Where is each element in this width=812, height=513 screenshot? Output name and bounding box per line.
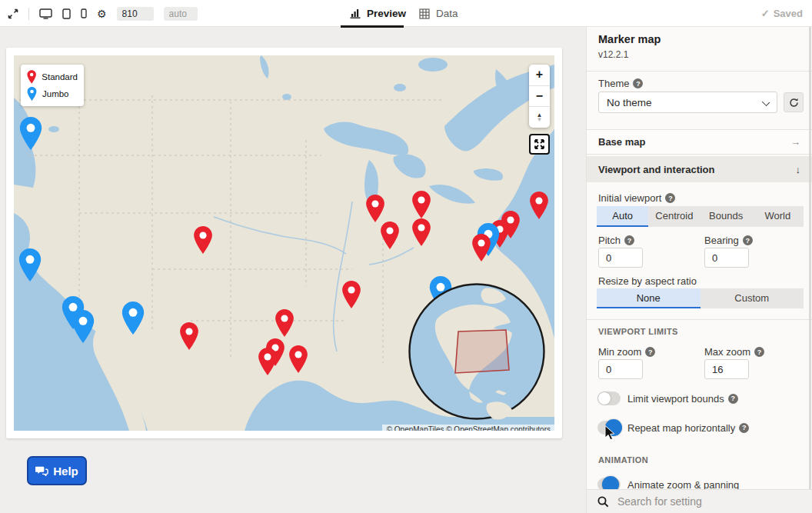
repeat-map-horizontally-label: Repeat map horizontally ?	[627, 422, 749, 434]
limit-viewport-bounds-toggle[interactable]	[597, 391, 621, 405]
globe-inset	[408, 282, 546, 421]
standard-marker-pin[interactable]	[179, 322, 199, 353]
standard-pin-icon	[27, 70, 36, 84]
standard-marker-pin[interactable]	[258, 348, 278, 378]
min-zoom-label: Min zoom ?	[598, 346, 655, 358]
standard-marker-pin[interactable]	[288, 345, 308, 376]
search-placeholder: Search for setting	[617, 495, 702, 508]
max-zoom-input[interactable]: 16	[704, 359, 749, 379]
viewport-bounds-quad	[455, 330, 509, 373]
bearing-value: 0	[712, 252, 717, 264]
help-circle-icon[interactable]: ?	[754, 347, 764, 357]
divider	[587, 71, 812, 72]
zoom-out-button[interactable]: −	[529, 86, 550, 108]
tab-preview[interactable]: Preview	[350, 0, 406, 27]
zoom-out-label: −	[536, 89, 543, 103]
check-icon: ✓	[761, 8, 770, 19]
initial-viewport-label-text: Initial viewport	[598, 192, 661, 204]
zoom-in-button[interactable]: +	[529, 65, 550, 86]
segment-auto[interactable]: Auto	[597, 206, 648, 227]
map-canvas[interactable]: Standard Jumbo + − ▲▼ © OpenMapTiles © O…	[14, 55, 554, 431]
help-circle-icon[interactable]: ?	[633, 78, 643, 88]
help-button[interactable]: Help	[27, 456, 87, 485]
legend-label: Standard	[42, 72, 78, 82]
theme-select-value: No theme	[607, 97, 652, 108]
resize-aspect-label-text: Resize by aspect ratio	[598, 275, 697, 287]
chart-bars-icon	[350, 8, 361, 18]
section-viewport-interaction[interactable]: Viewport and interaction ↓	[587, 156, 812, 182]
max-zoom-value: 16	[712, 364, 723, 375]
jumbo-marker-pin[interactable]	[18, 248, 42, 285]
repeat-map-horizontally-row: Repeat map horizontally ?	[597, 421, 749, 435]
legend-item-standard: Standard	[27, 70, 78, 84]
fullscreen-button[interactable]	[529, 134, 550, 155]
pitch-control-button[interactable]: ▲▼	[529, 107, 550, 128]
help-circle-icon[interactable]: ?	[645, 347, 655, 357]
initial-viewport-segmented: Auto Centroid Bounds World	[597, 206, 804, 227]
chevron-down-icon	[762, 98, 770, 106]
data-grid-icon	[419, 8, 430, 19]
map-zoom-controls: + − ▲▼	[529, 65, 550, 128]
segment-bounds[interactable]: Bounds	[701, 206, 752, 227]
setting-search-bar[interactable]: Search for setting	[587, 489, 812, 513]
help-circle-icon[interactable]: ?	[728, 394, 738, 404]
arrow-down-icon: ↓	[796, 164, 801, 175]
legend-label: Jumbo	[42, 89, 69, 98]
tab-data-label: Data	[436, 8, 458, 19]
pitch-value: 0	[606, 252, 611, 264]
arrow-right-icon: →	[790, 136, 800, 148]
segment-custom[interactable]: Custom	[701, 288, 804, 308]
theme-label-text: Theme	[598, 78, 629, 89]
standard-marker-pin[interactable]	[193, 226, 213, 257]
min-zoom-label-text: Min zoom	[598, 346, 641, 358]
divider	[587, 319, 812, 320]
standard-marker-pin[interactable]	[275, 309, 295, 340]
bearing-input[interactable]: 0	[704, 248, 749, 268]
standard-marker-pin[interactable]	[411, 218, 431, 249]
jumbo-marker-pin[interactable]	[71, 310, 95, 346]
standard-marker-pin[interactable]	[380, 222, 400, 252]
standard-marker-pin[interactable]	[341, 281, 361, 311]
refresh-theme-button[interactable]	[784, 92, 804, 112]
saved-status: ✓ Saved	[761, 0, 803, 27]
sidebar-scrollbar[interactable]	[809, 24, 811, 513]
help-label: Help	[53, 465, 78, 478]
legend-item-jumbo: Jumbo	[27, 87, 78, 101]
standard-marker-pin[interactable]	[411, 191, 431, 222]
map-card: Standard Jumbo + − ▲▼ © OpenMapTiles © O…	[6, 48, 562, 438]
pitch-arrows-icon: ▲▼	[537, 113, 543, 122]
refresh-icon	[789, 98, 799, 108]
help-circle-icon[interactable]: ?	[665, 193, 675, 203]
template-title: Marker map	[598, 33, 661, 45]
pitch-input[interactable]: 0	[598, 248, 643, 268]
jumbo-pin-icon	[27, 87, 37, 101]
animation-heading: ANIMATION	[598, 455, 648, 465]
segment-world[interactable]: World	[752, 206, 804, 227]
theme-select[interactable]: No theme	[598, 92, 777, 113]
settings-sidebar: Marker map v12.2.1 Theme ? No theme Base…	[586, 24, 812, 513]
help-circle-icon[interactable]: ?	[743, 235, 753, 245]
segment-none[interactable]: None	[597, 288, 701, 308]
base-map-label: Base map	[598, 136, 645, 148]
segment-centroid[interactable]: Centroid	[648, 206, 700, 227]
standard-marker-pin[interactable]	[365, 195, 385, 225]
jumbo-marker-pin[interactable]	[18, 117, 43, 153]
help-circle-icon[interactable]: ?	[624, 235, 634, 245]
tab-preview-label: Preview	[367, 8, 406, 19]
min-zoom-input[interactable]: 0	[598, 359, 643, 379]
max-zoom-label-text: Max zoom	[704, 346, 750, 358]
toggle-knob	[598, 392, 611, 405]
resize-segmented: None Custom	[597, 288, 804, 308]
bearing-label-text: Bearing	[704, 235, 739, 246]
limit-viewport-bounds-row: Limit viewport bounds ?	[597, 391, 738, 405]
chat-bubbles-icon	[35, 465, 48, 476]
help-circle-icon[interactable]: ?	[739, 423, 749, 433]
standard-marker-pin[interactable]	[471, 234, 491, 265]
mouse-cursor	[604, 425, 615, 444]
initial-viewport-label: Initial viewport ?	[598, 192, 675, 204]
standard-marker-pin[interactable]	[529, 192, 549, 222]
jumbo-marker-pin[interactable]	[121, 301, 145, 338]
template-version: v12.2.1	[598, 49, 628, 60]
section-base-map[interactable]: Base map →	[587, 129, 812, 155]
tab-data[interactable]: Data	[419, 0, 458, 27]
